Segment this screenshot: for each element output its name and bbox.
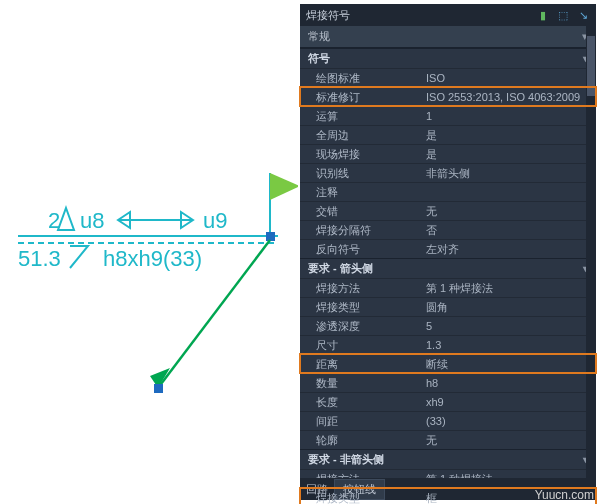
property-value[interactable]: 无 [420,433,596,448]
section-req-other[interactable]: 要求 - 非箭头侧▾ [300,449,596,469]
property-label: 焊接类型 [300,300,420,315]
property-row[interactable]: 反向符号左对齐 [300,239,596,258]
property-value[interactable]: 1 [420,110,596,122]
property-row[interactable]: 焊接方法第 1 种焊接法 [300,278,596,297]
property-value[interactable]: 是 [420,128,596,143]
property-value[interactable]: xh9 [420,396,596,408]
property-label: 全周边 [300,128,420,143]
property-value[interactable]: 第 1 种焊接法 [420,281,596,296]
property-label: 尺寸 [300,338,420,353]
property-row[interactable]: 轮廓无 [300,430,596,449]
property-row[interactable]: 交错无 [300,201,596,220]
property-value[interactable]: 无 [420,204,596,219]
panel-titlebar[interactable]: 焊接符号 ▮ ⬚ ↘ [300,4,596,26]
property-row[interactable]: 全周边是 [300,125,596,144]
property-row[interactable]: 现场焊接是 [300,144,596,163]
property-value[interactable]: 框 [420,491,596,505]
section-req-arrow[interactable]: 要求 - 箭头侧▾ [300,258,596,278]
label-br: h8xh9(33) [103,246,202,271]
property-value[interactable]: 是 [420,147,596,162]
property-value[interactable]: ISO 2553:2013, ISO 4063:2009 [420,91,596,103]
category-dropdown[interactable]: 常规 ▾ [300,26,596,48]
property-value[interactable]: 圆角 [420,300,596,315]
property-row[interactable]: 识别线非箭头侧 [300,163,596,182]
select-icon[interactable]: ⬚ [556,8,570,22]
property-row[interactable]: 数量h8 [300,373,596,392]
arrow-icon[interactable]: ↘ [576,8,590,22]
property-row[interactable]: 焊接类型框 [300,488,596,504]
property-row[interactable]: 渗透深度5 [300,316,596,335]
drawing-canvas: 2 u8 u9 51.3 h8xh9(33) [8,8,298,498]
property-label: 识别线 [300,166,420,181]
label-u9: u9 [203,208,227,233]
property-value[interactable]: h8 [420,377,596,389]
label-u8: u8 [80,208,104,233]
flag-icon [270,173,298,200]
section-symbol[interactable]: 符号▾ [300,48,596,68]
property-value[interactable]: 非箭头侧 [420,166,596,181]
property-label: 现场焊接 [300,147,420,162]
property-label: 反向符号 [300,242,420,257]
property-label: 数量 [300,376,420,391]
grip-handle[interactable] [154,384,163,393]
filter-icon[interactable]: ▮ [536,8,550,22]
property-label: 注释 [300,185,420,200]
property-value[interactable]: 1.3 [420,339,596,351]
property-row[interactable]: 绘图标准ISO [300,68,596,87]
property-value[interactable]: 5 [420,320,596,332]
properties-panel: 焊接符号 ▮ ⬚ ↘ 常规 ▾ 符号▾ 绘图标准ISO标准修订ISO 2553:… [300,4,596,500]
property-row[interactable]: 间距(33) [300,411,596,430]
property-row[interactable]: 标准修订ISO 2553:2013, ISO 4063:2009 [300,87,596,106]
property-label: 焊接分隔符 [300,223,420,238]
label-bl: 51.3 [18,246,61,271]
dropdown-value: 常规 [308,29,330,44]
property-row[interactable]: 尺寸1.3 [300,335,596,354]
property-row[interactable]: 运算1 [300,106,596,125]
property-value[interactable]: (33) [420,415,596,427]
property-label: 绘图标准 [300,71,420,86]
property-label: 长度 [300,395,420,410]
property-row[interactable]: 焊接分隔符否 [300,220,596,239]
property-label: 轮廓 [300,433,420,448]
property-row[interactable]: 注释 [300,182,596,201]
property-label: 标准修订 [300,90,420,105]
panel-title: 焊接符号 [306,8,350,23]
property-label: 焊接类型 [300,491,420,505]
grip-handle[interactable] [266,232,275,241]
property-value[interactable]: 否 [420,223,596,238]
property-row[interactable]: 距离断续 [300,354,596,373]
property-label: 渗透深度 [300,319,420,334]
property-row[interactable]: 长度xh9 [300,392,596,411]
property-value[interactable]: 左对齐 [420,242,596,257]
property-label: 焊接方法 [300,281,420,296]
property-value[interactable]: 断续 [420,357,596,372]
property-label: 距离 [300,357,420,372]
property-label: 交错 [300,204,420,219]
property-value[interactable]: ISO [420,72,596,84]
property-label: 间距 [300,414,420,429]
property-label: 运算 [300,109,420,124]
property-row[interactable]: 焊接类型圆角 [300,297,596,316]
